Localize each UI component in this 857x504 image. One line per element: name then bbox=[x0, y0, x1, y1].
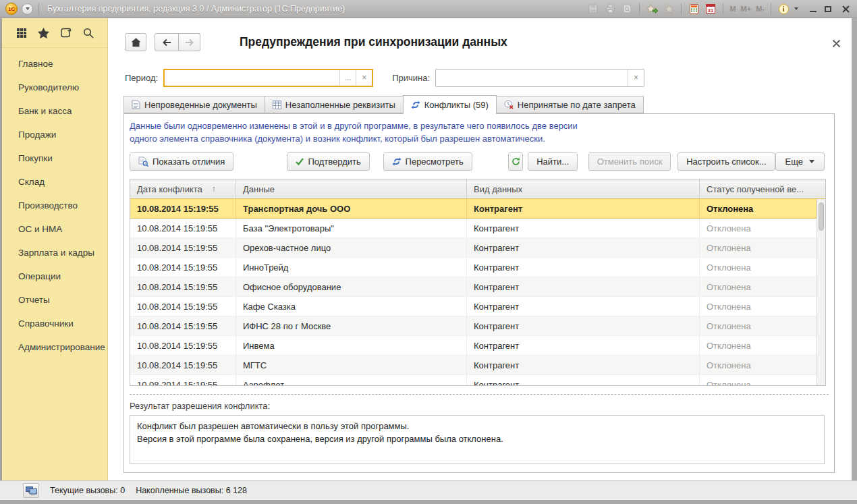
column-header-status[interactable]: Статус полученной ве... bbox=[700, 179, 817, 198]
minimize-button[interactable] bbox=[810, 11, 817, 12]
favorites-go-icon[interactable] bbox=[646, 3, 658, 15]
find-button[interactable]: Найти... bbox=[528, 152, 578, 171]
table-row[interactable]: 10.08.2014 15:19:55 Транспортная дочь ОО… bbox=[130, 198, 825, 219]
scrollbar-thumb[interactable] bbox=[819, 202, 824, 231]
history-scroll-icon[interactable] bbox=[58, 25, 74, 41]
period-field: ... × bbox=[163, 69, 373, 87]
accumulated-calls: Накопленные вызовы: 6 128 bbox=[136, 486, 247, 495]
divider bbox=[639, 3, 640, 14]
cell-data: Инвема bbox=[236, 336, 467, 355]
window-controls bbox=[810, 3, 852, 15]
sidebar-item[interactable]: Банк и касса bbox=[2, 99, 107, 123]
info-line: Данные были одновременно изменены в этой… bbox=[130, 119, 830, 132]
page-title: Предупреждения при синхронизации данных bbox=[240, 35, 507, 49]
info-dropdown-icon[interactable] bbox=[794, 7, 798, 10]
cell-date: 10.08.2014 15:19:55 bbox=[130, 375, 236, 385]
review-button[interactable]: Пересмотреть bbox=[383, 152, 472, 171]
sidebar-item[interactable]: Продажи bbox=[2, 123, 107, 146]
sidebar-item[interactable]: ОС и НМА bbox=[2, 217, 107, 241]
cell-kind: Контрагент bbox=[467, 277, 700, 296]
sidebar-item[interactable]: Главное bbox=[2, 52, 107, 76]
column-header-date[interactable]: Дата конфликта ↑ bbox=[130, 179, 236, 198]
sidebar-item[interactable]: Склад bbox=[2, 170, 107, 194]
period-picker-button[interactable]: ... bbox=[339, 70, 356, 86]
sync-arrows-icon bbox=[392, 157, 402, 166]
column-header-kind[interactable]: Вид данных bbox=[467, 179, 700, 198]
cell-data: Офисное оборудование bbox=[236, 277, 467, 296]
info-icon[interactable] bbox=[777, 3, 790, 15]
cell-status: Отклонена bbox=[700, 219, 817, 237]
table-row[interactable]: 10.08.2014 15:19:55 Аэрофлот Контрагент … bbox=[130, 375, 825, 385]
search-icon[interactable] bbox=[80, 25, 96, 41]
forward-button[interactable] bbox=[179, 33, 200, 51]
window-frame bbox=[852, 18, 857, 480]
back-button[interactable] bbox=[155, 33, 179, 51]
calculator-icon[interactable] bbox=[688, 3, 700, 15]
table-row[interactable]: 10.08.2014 15:19:55 ИнноТрейд Контрагент… bbox=[130, 258, 825, 277]
print-preview-icon bbox=[621, 3, 633, 15]
cell-status: Отклонена bbox=[700, 316, 817, 335]
tab-rejected-by-date[interactable]: Непринятые по дате запрета bbox=[497, 96, 644, 113]
button-label: Пересмотреть bbox=[406, 157, 464, 167]
confirm-button[interactable]: Подтвердить bbox=[287, 152, 369, 171]
result-line: Версия в этой программе была сохранена, … bbox=[137, 432, 817, 445]
table-row[interactable]: 10.08.2014 15:19:55 База "Электротовары"… bbox=[130, 219, 825, 238]
reason-input[interactable] bbox=[436, 69, 628, 86]
home-button[interactable] bbox=[125, 33, 146, 51]
table-row[interactable]: 10.08.2014 15:19:55 Кафе Сказка Контраге… bbox=[130, 297, 825, 316]
button-label: Настроить список... bbox=[686, 157, 766, 167]
refresh-button[interactable] bbox=[508, 152, 523, 171]
svg-text:31: 31 bbox=[708, 7, 713, 13]
tab-unposted-documents[interactable]: Непроведенные документы bbox=[123, 96, 265, 113]
period-input[interactable] bbox=[165, 70, 339, 86]
clock-blocked-icon bbox=[504, 100, 514, 109]
sidebar-item[interactable]: Отчеты bbox=[2, 288, 107, 312]
more-button[interactable]: Еще bbox=[775, 152, 825, 171]
main-area: Предупреждения при синхронизации данных … bbox=[108, 18, 852, 480]
sidebar-item[interactable]: Покупки bbox=[2, 146, 107, 170]
main-menu-button[interactable] bbox=[22, 3, 33, 15]
favorites-star-icon[interactable] bbox=[36, 25, 52, 41]
table-row[interactable]: 10.08.2014 15:19:55 Офисное оборудование… bbox=[130, 277, 825, 297]
reason-field: × bbox=[435, 69, 644, 87]
window-title: Бухгалтерия предприятия, редакция 3.0 / … bbox=[47, 4, 345, 13]
period-label: Период: bbox=[125, 73, 158, 83]
button-label: Отменить поиск bbox=[597, 157, 663, 167]
cell-kind: Контрагент bbox=[467, 258, 700, 277]
vertical-scrollbar[interactable] bbox=[817, 199, 825, 385]
close-window-button[interactable] bbox=[839, 3, 852, 15]
sidebar-item[interactable]: Операции bbox=[2, 264, 107, 288]
sidebar-item[interactable]: Зарплата и кадры bbox=[2, 241, 107, 264]
tab-conflicts[interactable]: Конфликты (59) bbox=[403, 95, 497, 114]
tab-label: Конфликты (59) bbox=[424, 100, 489, 110]
sections-grid-icon[interactable] bbox=[13, 25, 30, 41]
app-body: ГлавноеРуководителюБанк и кассаПродажиПо… bbox=[0, 18, 857, 480]
sidebar-item[interactable]: Справочники bbox=[2, 312, 107, 335]
toolbar: Показать отличия Подтвердить bbox=[130, 152, 830, 171]
cell-date: 10.08.2014 15:19:55 bbox=[130, 316, 236, 335]
column-header-data[interactable]: Данные bbox=[236, 179, 467, 198]
calendar-icon[interactable]: 31 bbox=[704, 3, 717, 15]
reason-clear-button[interactable]: × bbox=[628, 69, 644, 86]
sidebar-item[interactable]: Производство bbox=[2, 194, 107, 217]
configure-list-button[interactable]: Настроить список... bbox=[678, 152, 775, 171]
info-line: одного элемента справочника (документа) … bbox=[130, 132, 830, 145]
period-clear-button[interactable]: × bbox=[356, 70, 372, 86]
table-row[interactable]: 10.08.2014 15:19:55 ИФНС 28 по г Москве … bbox=[130, 316, 825, 336]
memory-recall-button: M bbox=[729, 5, 736, 13]
cell-date: 10.08.2014 15:19:55 bbox=[130, 219, 236, 237]
maximize-button[interactable] bbox=[825, 6, 831, 12]
sidebar-item[interactable]: Администрирование bbox=[2, 335, 107, 359]
close-form-button[interactable] bbox=[832, 39, 841, 48]
show-differences-button[interactable]: Показать отличия bbox=[130, 152, 233, 171]
table-row[interactable]: 10.08.2014 15:19:55 МГТС Контрагент Откл… bbox=[130, 356, 825, 375]
refresh-icon bbox=[512, 157, 520, 166]
server-calls-icon[interactable] bbox=[23, 483, 39, 498]
sort-ascending-icon: ↑ bbox=[212, 184, 216, 194]
table-row[interactable]: 10.08.2014 15:19:55 Инвема Контрагент От… bbox=[130, 336, 825, 356]
sidebar-item[interactable]: Руководителю bbox=[2, 76, 107, 99]
conflicts-table: Дата конфликта ↑ Данные Вид данных Стату… bbox=[130, 179, 826, 386]
tab-unfilled-attributes[interactable]: Незаполненные реквизиты bbox=[265, 96, 403, 113]
table-row[interactable]: 10.08.2014 15:19:55 Орехов-частное лицо … bbox=[130, 238, 825, 258]
cell-status: Отклонена bbox=[700, 238, 817, 257]
